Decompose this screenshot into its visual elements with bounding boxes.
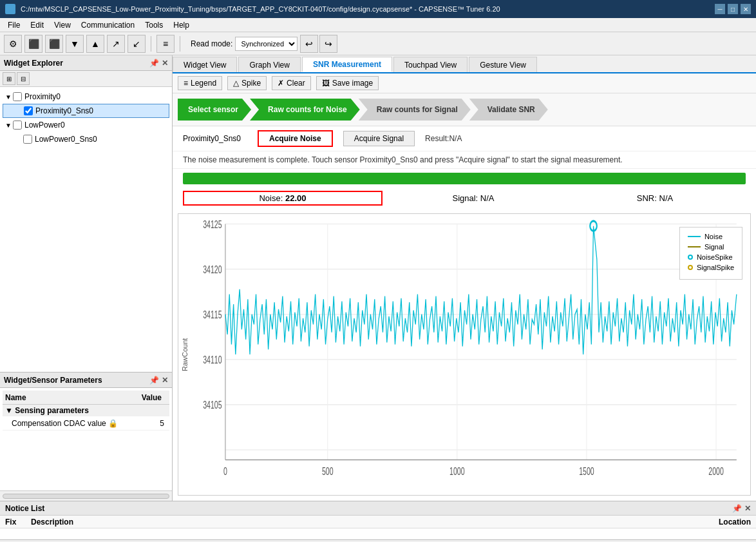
menu-tools[interactable]: Tools [140, 19, 168, 31]
notice-list-controls: 📌 ✕ [732, 504, 751, 513]
tree-item-lowpower0-sns0[interactable]: ▶ LowPower0_Sns0 [3, 132, 169, 146]
acquire-noise-button[interactable]: Acquire Noise [258, 130, 333, 147]
tree-arrow-lowpower0[interactable]: ▼ [5, 122, 13, 129]
menu-communication[interactable]: Communication [76, 19, 140, 31]
sensor-name-label: Proximity0_Sns0 [183, 134, 247, 143]
read-mode-select[interactable]: Synchronized Continuous [235, 37, 298, 51]
noise-label: Noise: [259, 193, 283, 203]
progress-bar [183, 173, 746, 184]
svg-text:1000: 1000 [449, 466, 465, 478]
undo-btn[interactable]: ↩ [300, 35, 318, 53]
legend-signal: Signal [688, 243, 734, 251]
acquire-signal-button[interactable]: Acquire Signal [343, 131, 415, 146]
tree-item-lowpower0[interactable]: ▼ LowPower0 [3, 118, 169, 132]
title-bar: C:/mtw/MSCLP_CAPSENSE_Low-Power_Proximit… [0, 0, 756, 18]
params-scrollbar-track[interactable] [3, 494, 169, 499]
tree-collapse-btn[interactable]: ⊟ [17, 72, 30, 85]
notice-list-close-btn[interactable]: ✕ [744, 504, 751, 513]
right-panel: Widget View Graph View SNR Measurement T… [173, 55, 756, 501]
tree-checkbox-lowpower0-sns0[interactable] [23, 135, 32, 144]
chart-legend: Noise Signal NoiseSpike SignalSpike [679, 227, 742, 280]
result-label: Result:N/A [425, 134, 462, 143]
legend-signal-line [688, 246, 701, 247]
tab-widget-view[interactable]: Widget View [173, 57, 237, 72]
svg-text:34105: 34105 [203, 400, 222, 411]
minimize-button[interactable]: ─ [715, 4, 725, 14]
spike-icon: △ [233, 79, 239, 88]
toolbar-stop-btn[interactable]: ⬛ [24, 35, 43, 53]
tab-touchpad-view[interactable]: Touchpad View [393, 57, 468, 72]
params-scrollbar[interactable] [0, 490, 172, 501]
menu-file[interactable]: File [3, 19, 25, 31]
tree-item-proximity0[interactable]: ▼ Proximity0 [3, 90, 169, 104]
menu-help[interactable]: Help [168, 19, 194, 31]
tree-item-proximity0-sns0[interactable]: ▶ Proximity0_Sns0 [3, 104, 169, 118]
menu-edit[interactable]: Edit [25, 19, 49, 31]
notice-list-title: Notice List [5, 504, 44, 513]
sensor-params-header: Widget/Sensor Parameters 📌 ✕ [0, 373, 172, 388]
chart-container: RawCount [178, 213, 751, 496]
notice-list-pin-btn[interactable]: 📌 [732, 504, 742, 513]
toolbar-up-btn[interactable]: ▲ [86, 35, 104, 53]
tree-expand-btn[interactable]: ⊞ [3, 72, 15, 85]
step-validate-snr[interactable]: Validate SNR [469, 99, 548, 121]
close-button[interactable]: ✕ [741, 4, 751, 14]
read-mode-label: Read mode: [191, 39, 232, 48]
tree-arrow-proximity0[interactable]: ▼ [5, 93, 13, 101]
step-select-sensor[interactable]: Select sensor [178, 99, 251, 121]
notice-list: Notice List 📌 ✕ Fix Description Location [0, 501, 756, 539]
signal-metric: Signal: N/A [383, 193, 564, 203]
step-raw-counts-signal[interactable]: Raw counts for Signal [359, 99, 471, 121]
chart-area: RawCount [173, 208, 756, 501]
sensor-params-close-btn[interactable]: ✕ [162, 376, 168, 385]
step-raw-counts-noise[interactable]: Raw counts for Noise [250, 99, 360, 121]
legend-signal-spike: SignalSpike [688, 264, 734, 271]
noise-line [225, 226, 737, 354]
maximize-button[interactable]: □ [728, 4, 738, 14]
legend-label: Legend [191, 79, 216, 88]
widget-explorer-title: Widget Explorer [4, 59, 63, 68]
tree-checkbox-proximity0-sns0[interactable] [24, 106, 33, 115]
redo-btn[interactable]: ↪ [319, 35, 337, 53]
svg-text:34125: 34125 [203, 219, 222, 231]
legend-noise-spike: NoiseSpike [688, 253, 734, 261]
clear-button[interactable]: ✗ Clear [272, 76, 311, 90]
legend-signal-spike-icon [688, 265, 693, 270]
widget-explorer-close-btn[interactable]: ✕ [162, 59, 168, 68]
toolbar-export-btn[interactable]: ↗ [107, 35, 125, 53]
params-col-name: Name [5, 393, 128, 402]
widget-explorer-controls: 📌 ✕ [149, 59, 168, 68]
main-layout: Widget Explorer 📌 ✕ ⊞ ⊟ ▼ Proximity0 ▶ P… [0, 55, 756, 501]
menu-view[interactable]: View [49, 19, 76, 31]
step-3-label: Raw counts for Signal [377, 105, 458, 114]
legend-button[interactable]: ≡ Legend [178, 76, 222, 90]
chart-svg: 34125 34120 34115 34110 34105 0 500 1000… [191, 214, 750, 495]
svg-text:1500: 1500 [579, 466, 594, 478]
sensor-params-controls: 📌 ✕ [149, 376, 168, 385]
tab-gesture-view[interactable]: Gesture View [469, 57, 537, 72]
signal-value: N/A [480, 193, 495, 203]
toolbar-down-btn[interactable]: ▼ [66, 35, 84, 53]
legend-signal-label: Signal [704, 243, 724, 251]
view-toolbar: ≡ Legend △ Spike ✗ Clear 🖼 Save image [173, 73, 756, 93]
spike-button[interactable]: △ Spike [227, 76, 267, 90]
toolbar-list-btn[interactable]: ≡ [156, 35, 175, 53]
tab-graph-view[interactable]: Graph View [238, 57, 300, 72]
widget-explorer-pin-btn[interactable]: 📌 [149, 59, 159, 68]
tree-checkbox-lowpower0[interactable] [13, 121, 22, 130]
window-title: C:/mtw/MSCLP_CAPSENSE_Low-Power_Proximit… [21, 5, 710, 13]
save-image-button[interactable]: 🖼 Save image [316, 76, 379, 90]
legend-noise-label: Noise [704, 233, 723, 240]
metric-row: Noise: 22.00 Signal: N/A SNR: N/A [173, 188, 756, 208]
step-4-label: Validate SNR [487, 105, 535, 114]
params-col-value: Value [128, 393, 167, 402]
toolbar-pause-btn[interactable]: ⬛ [45, 35, 63, 53]
tab-snr-measurement[interactable]: SNR Measurement [302, 57, 392, 72]
legend-noise-spike-icon [688, 255, 693, 260]
toolbar-settings-btn[interactable]: ⚙ [4, 35, 22, 53]
tree-checkbox-proximity0[interactable] [13, 92, 22, 101]
snr-label: SNR: [637, 193, 657, 203]
toolbar-import-btn[interactable]: ↙ [128, 35, 146, 53]
chart-main[interactable]: 34125 34120 34115 34110 34105 0 500 1000… [191, 214, 750, 495]
sensor-params-pin-btn[interactable]: 📌 [149, 376, 159, 385]
